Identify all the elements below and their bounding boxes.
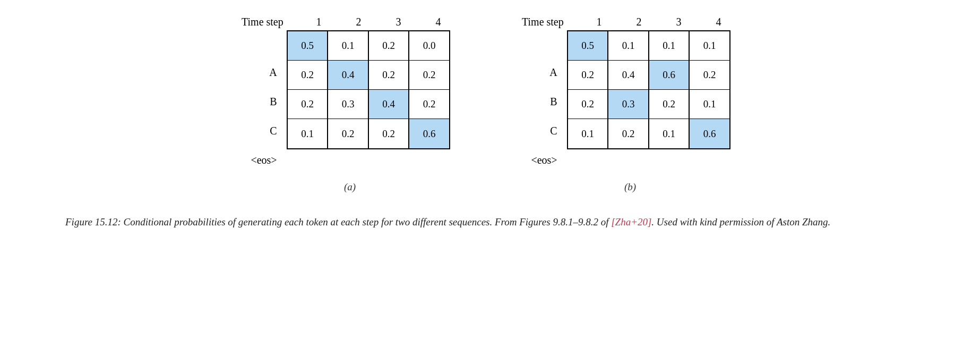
matrix-column-a-1: 0.10.40.30.2 [327, 30, 369, 149]
time-step-header-b: Time step1234 [522, 16, 738, 28]
matrix-cell-a-col0-row2: 0.2 [288, 90, 328, 119]
figure-label-b: (b) [624, 181, 636, 193]
row-label-a-0: A [251, 58, 281, 87]
matrix-cell-a-col1-row1: 0.4 [328, 61, 368, 90]
matrix-cell-b-col3-row3: 0.6 [690, 119, 729, 148]
row-label-b-3: <eos> [531, 146, 561, 175]
time-step-number-a-4: 4 [418, 16, 458, 28]
time-step-label-a: Time step [242, 16, 289, 28]
matrix-area-a: ABC<eos>0.50.20.20.10.10.40.30.20.20.20.… [251, 30, 449, 175]
figure-b: Time step1234ABC<eos>0.50.20.20.10.10.40… [522, 16, 738, 193]
matrix-cell-b-col1-row1: 0.4 [608, 61, 648, 90]
time-step-number-b-2: 2 [619, 16, 659, 28]
caption: Figure 15.12: Conditional probabilities … [65, 214, 915, 230]
row-labels-b: ABC<eos> [531, 58, 561, 175]
matrix-cell-a-col1-row0: 0.1 [328, 31, 368, 61]
matrix-cell-b-col3-row0: 0.1 [690, 31, 729, 61]
figure-a: Time step1234ABC<eos>0.50.20.20.10.10.40… [242, 16, 458, 193]
matrix-cell-b-col0-row3: 0.1 [568, 119, 608, 148]
matrix-cell-a-col2-row2: 0.4 [369, 90, 409, 119]
matrix-column-b-3: 0.10.20.10.6 [689, 30, 730, 149]
matrix-cell-a-col2-row0: 0.2 [369, 31, 409, 61]
matrix-cell-b-col1-row3: 0.2 [608, 119, 648, 148]
matrix-cell-b-col2-row3: 0.1 [649, 119, 689, 148]
matrix-cell-a-col0-row1: 0.2 [288, 61, 328, 90]
matrix-cell-a-col0-row3: 0.1 [288, 119, 328, 148]
time-step-number-b-4: 4 [699, 16, 738, 28]
matrix-column-a-0: 0.50.20.20.1 [287, 30, 329, 149]
time-step-number-a-2: 2 [339, 16, 379, 28]
caption-text: Conditional probabilities of generating … [121, 216, 611, 227]
time-step-label-b: Time step [522, 16, 570, 28]
row-label-a-1: B [251, 87, 281, 116]
time-step-header-a: Time step1234 [242, 16, 458, 28]
matrix-cell-b-col2-row0: 0.1 [649, 31, 689, 61]
matrix-column-a-3: 0.00.20.20.6 [408, 30, 450, 149]
figure-label-a: (a) [344, 181, 356, 193]
row-labels-a: ABC<eos> [251, 58, 281, 175]
matrix-cell-a-col3-row1: 0.2 [409, 61, 449, 90]
matrix-area-b: ABC<eos>0.50.20.20.10.10.40.30.20.10.60.… [531, 30, 729, 175]
columns-container-a: 0.50.20.20.10.10.40.30.20.20.20.40.20.00… [287, 30, 449, 149]
time-step-number-a-3: 3 [379, 16, 418, 28]
matrix-cell-a-col1-row3: 0.2 [328, 119, 368, 148]
citation-link: [Zha+20] [611, 216, 651, 227]
matrix-cell-a-col1-row2: 0.3 [328, 90, 368, 119]
matrix-cell-a-col0-row0: 0.5 [288, 31, 328, 61]
matrix-cell-b-col2-row1: 0.6 [649, 61, 689, 90]
row-label-a-3: <eos> [251, 146, 281, 175]
row-label-a-2: C [251, 116, 281, 146]
columns-container-b: 0.50.20.20.10.10.40.30.20.10.60.20.10.10… [567, 30, 729, 149]
matrix-cell-b-col2-row2: 0.2 [649, 90, 689, 119]
caption-suffix: . Used with kind permission of Aston Zha… [651, 216, 830, 227]
time-step-number-a-1: 1 [299, 16, 339, 28]
matrix-column-b-2: 0.10.60.20.1 [648, 30, 690, 149]
figures-container: Time step1234ABC<eos>0.50.20.20.10.10.40… [242, 16, 738, 193]
matrix-cell-b-col0-row1: 0.2 [568, 61, 608, 90]
matrix-cell-a-col3-row3: 0.6 [409, 119, 449, 148]
matrix-column-b-1: 0.10.40.30.2 [607, 30, 649, 149]
matrix-cell-a-col2-row1: 0.2 [369, 61, 409, 90]
matrix-column-b-0: 0.50.20.20.1 [567, 30, 609, 149]
matrix-cell-a-col3-row0: 0.0 [409, 31, 449, 61]
caption-prefix: Figure 15.12: [65, 216, 121, 227]
row-label-b-0: A [531, 58, 561, 87]
matrix-cell-b-col1-row2: 0.3 [608, 90, 648, 119]
matrix-column-a-2: 0.20.20.40.2 [368, 30, 410, 149]
row-label-b-1: B [531, 87, 561, 116]
matrix-cell-b-col1-row0: 0.1 [608, 31, 648, 61]
matrix-cell-b-col3-row2: 0.1 [690, 90, 729, 119]
row-label-b-2: C [531, 116, 561, 146]
matrix-cell-b-col0-row0: 0.5 [568, 31, 608, 61]
matrix-cell-a-col3-row2: 0.2 [409, 90, 449, 119]
matrix-cell-b-col3-row1: 0.2 [690, 61, 729, 90]
matrix-cell-b-col0-row2: 0.2 [568, 90, 608, 119]
matrix-cell-a-col2-row3: 0.2 [369, 119, 409, 148]
time-step-number-b-3: 3 [659, 16, 699, 28]
time-step-number-b-1: 1 [579, 16, 619, 28]
